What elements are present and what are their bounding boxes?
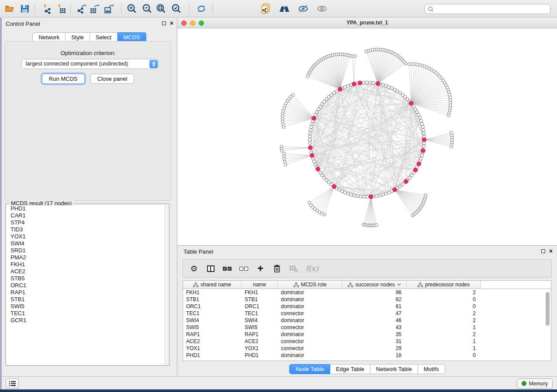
table-cell: dominator [278, 303, 343, 310]
column-header-filler [481, 281, 551, 289]
import-network-icon[interactable] [40, 2, 54, 15]
zoom-in-icon[interactable] [125, 2, 139, 15]
export-table-icon[interactable] [87, 2, 101, 15]
close-window-icon[interactable] [181, 21, 187, 26]
add-column-icon[interactable]: + [252, 261, 269, 276]
table-row[interactable]: RAP1RAP1dominator352 [183, 331, 551, 338]
tab-network-table[interactable]: Network Table [370, 364, 418, 374]
close-panel-icon[interactable]: × [170, 21, 173, 26]
mcds-node-item[interactable]: STB5 [7, 275, 168, 282]
column-settings-gear-icon[interactable]: ⚙ [186, 261, 202, 276]
table-row[interactable]: TEC1TEC1connector472 [183, 310, 551, 317]
network-window-titlebar[interactable]: YPA_prune.txt_1 [177, 18, 557, 28]
table-cell: 1 [407, 338, 481, 345]
column-header-mcds-role[interactable]: MCDS role [278, 281, 343, 289]
sort-desc-chevron-icon [397, 283, 401, 286]
tab-node-table[interactable]: Node Table [289, 364, 330, 374]
tab-edge-table[interactable]: Edge Table [330, 364, 370, 374]
table-cell: connector [278, 345, 343, 352]
table-scrollbar[interactable] [545, 289, 550, 360]
delete-column-icon[interactable] [269, 261, 285, 276]
table-cell: ACE2 [183, 338, 242, 345]
table-cell: 18 [343, 352, 407, 359]
mcds-node-item[interactable]: GCR1 [7, 317, 168, 324]
refresh-layout-icon[interactable] [194, 2, 208, 15]
main-toolbar [0, 0, 557, 17]
import-table-icon[interactable] [55, 2, 69, 15]
table-row[interactable]: FKH1FKH1dominator962 [183, 289, 551, 296]
close-table-panel-icon[interactable]: × [549, 248, 553, 254]
mcds-node-item[interactable]: FKH1 [7, 261, 168, 268]
table-cell [481, 289, 551, 296]
table-cell: connector [278, 338, 343, 345]
table-row[interactable]: PHD1PHD1dominator180 [183, 352, 551, 359]
mcds-node-item[interactable]: PHD1 [7, 205, 168, 212]
share-document-icon[interactable] [259, 2, 273, 15]
mcds-node-item[interactable]: SWI4 [7, 240, 168, 247]
delete-table-icon [285, 261, 302, 276]
table-row[interactable]: YOX1YOX1connector291 [183, 345, 551, 352]
mcds-node-item[interactable]: RAP1 [7, 289, 168, 296]
optimization-criterion-select[interactable]: largest connected component (undirected) [21, 59, 159, 69]
table-row[interactable]: ACE2ACE2connector311 [183, 338, 551, 345]
mcds-node-item[interactable]: STP4 [7, 219, 168, 226]
mcds-result-list[interactable]: PHD1CAR1STP4TID3YOX1SWI4SRD1PMA2FKH1ACE2… [7, 205, 168, 364]
maximize-window-icon[interactable] [199, 21, 204, 26]
mcds-node-item[interactable]: STB1 [7, 296, 168, 303]
table-cell: 2 [407, 317, 481, 324]
show-all-eye-icon[interactable] [315, 2, 329, 15]
table-cell: RAP1 [183, 331, 242, 338]
zoom-selected-icon[interactable] [170, 2, 183, 15]
mcds-options-box: Optimization criterion: largest connecte… [5, 41, 171, 201]
export-image-icon[interactable] [102, 2, 116, 15]
mcds-node-item[interactable]: SWI5 [7, 303, 168, 310]
run-mcds-button[interactable]: Run MCDS [42, 74, 85, 84]
table-cell: TEC1 [183, 310, 242, 317]
table-cell: dominator [278, 331, 343, 338]
global-search-field[interactable] [425, 4, 550, 14]
column-header-predecessor-nodes[interactable]: predecessor nodes [407, 281, 481, 289]
table-row[interactable]: ORC1ORC1dominator610 [183, 303, 551, 310]
mcds-node-item[interactable]: PMA2 [7, 254, 168, 261]
table-cell: 61 [343, 303, 407, 310]
hide-selected-eye-slash-icon[interactable] [296, 2, 310, 15]
table-cell: dominator [278, 317, 343, 324]
zoom-out-icon[interactable] [140, 2, 154, 15]
mcds-node-item[interactable]: ACE2 [7, 268, 168, 275]
mcds-node-item[interactable]: ORC1 [7, 282, 168, 289]
toggle-panes-icon[interactable] [202, 261, 219, 276]
close-panel-button[interactable]: Close panel [90, 74, 135, 84]
table-cell: 0 [407, 352, 481, 359]
zoom-fit-icon[interactable] [154, 2, 168, 15]
table-scrollbar-thumb[interactable] [546, 292, 550, 326]
search-input[interactable] [436, 6, 547, 12]
open-file-icon[interactable] [3, 2, 17, 15]
save-session-icon[interactable] [18, 2, 32, 15]
mcds-node-item[interactable]: YOX1 [7, 233, 168, 240]
mcds-node-item[interactable]: TID3 [7, 226, 168, 233]
column-header-successor-nodes[interactable]: successor nodes [343, 281, 407, 289]
select-all-columns-icon[interactable]: ✓✓ [219, 261, 235, 276]
float-table-panel-icon[interactable] [541, 249, 545, 253]
export-network-icon[interactable] [74, 2, 88, 15]
table-row[interactable]: SWI5SWI5connector431 [183, 324, 551, 331]
mcds-node-item[interactable]: TEC1 [7, 310, 168, 317]
minimize-window-icon[interactable] [190, 21, 195, 26]
column-tree-icon [348, 282, 353, 287]
table-row[interactable]: STB1STB1dominator620 [183, 296, 551, 303]
mcds-node-item[interactable]: SRD1 [7, 247, 168, 254]
tab-motifs[interactable]: Motifs [418, 364, 445, 374]
table-row[interactable]: SWI4SWI4dominator462 [183, 317, 551, 324]
float-panel-icon[interactable] [162, 21, 166, 25]
task-history-button[interactable] [6, 378, 19, 389]
search-network-binoculars-icon[interactable] [277, 2, 291, 15]
network-canvas[interactable] [177, 28, 557, 245]
column-header-shared-name[interactable]: shared name [183, 281, 242, 289]
mcds-node-item[interactable]: CAR1 [7, 212, 168, 219]
deselect-all-columns-icon[interactable] [235, 261, 252, 276]
control-panel-titlebar: Control Panel × [2, 18, 177, 30]
table-cell: dominator [278, 352, 343, 359]
memory-button[interactable]: Memory [517, 378, 553, 389]
column-header-name[interactable]: name [242, 281, 278, 289]
mcds-list-scrollbar[interactable] [164, 205, 168, 364]
